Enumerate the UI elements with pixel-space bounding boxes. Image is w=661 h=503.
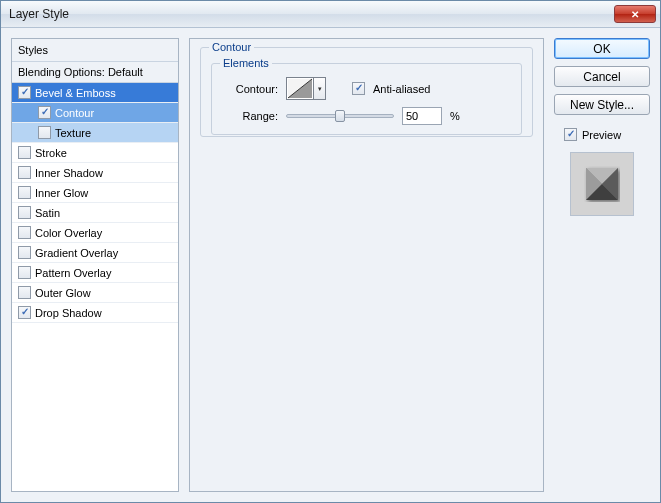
layer-style-dialog: Layer Style ✕ Styles Blending Options: D… bbox=[0, 0, 661, 503]
elements-group-title: Elements bbox=[220, 57, 272, 69]
style-label: Pattern Overlay bbox=[35, 267, 111, 279]
contour-group: Contour Elements Contour: bbox=[200, 47, 533, 137]
style-checkbox[interactable] bbox=[18, 86, 31, 99]
style-checkbox[interactable] bbox=[18, 226, 31, 239]
preview-checkbox[interactable] bbox=[564, 128, 577, 141]
contour-curve-picker[interactable] bbox=[286, 77, 314, 100]
close-button[interactable]: ✕ bbox=[614, 5, 656, 23]
style-item-contour[interactable]: Contour bbox=[12, 103, 178, 123]
style-checkbox[interactable] bbox=[38, 106, 51, 119]
range-slider-thumb[interactable] bbox=[335, 110, 345, 122]
style-item-inner-glow[interactable]: Inner Glow bbox=[12, 183, 178, 203]
style-label: Drop Shadow bbox=[35, 307, 102, 319]
style-item-color-overlay[interactable]: Color Overlay bbox=[12, 223, 178, 243]
contour-row: Contour: ▾ bbox=[226, 77, 430, 100]
style-label: Inner Shadow bbox=[35, 167, 103, 179]
titlebar: Layer Style ✕ bbox=[1, 1, 660, 28]
contour-dropdown-button[interactable]: ▾ bbox=[314, 77, 326, 100]
styles-sidebar: Styles Blending Options: Default Bevel &… bbox=[11, 38, 179, 492]
range-unit: % bbox=[450, 110, 460, 122]
chevron-down-icon: ▾ bbox=[318, 85, 322, 93]
style-checkbox[interactable] bbox=[38, 126, 51, 139]
preview-thumbnail bbox=[570, 152, 634, 216]
style-label: Texture bbox=[55, 127, 91, 139]
style-label: Gradient Overlay bbox=[35, 247, 118, 259]
style-label: Contour bbox=[55, 107, 94, 119]
style-label: Color Overlay bbox=[35, 227, 102, 239]
style-label: Inner Glow bbox=[35, 187, 88, 199]
style-item-bevel-emboss[interactable]: Bevel & Emboss bbox=[12, 83, 178, 103]
style-checkbox[interactable] bbox=[18, 146, 31, 159]
style-checkbox[interactable] bbox=[18, 246, 31, 259]
contour-label: Contour: bbox=[226, 83, 278, 95]
style-checkbox[interactable] bbox=[18, 266, 31, 279]
close-icon: ✕ bbox=[631, 9, 639, 20]
style-item-texture[interactable]: Texture bbox=[12, 123, 178, 143]
style-item-gradient-overlay[interactable]: Gradient Overlay bbox=[12, 243, 178, 263]
style-label: Bevel & Emboss bbox=[35, 87, 116, 99]
range-slider[interactable] bbox=[286, 114, 394, 118]
style-list: Bevel & EmbossContourTextureStrokeInner … bbox=[12, 83, 178, 323]
anti-aliased-checkbox[interactable] bbox=[352, 82, 365, 95]
preview-shape bbox=[584, 166, 620, 202]
style-item-stroke[interactable]: Stroke bbox=[12, 143, 178, 163]
preview-row: Preview bbox=[564, 128, 650, 141]
anti-aliased-label: Anti-aliased bbox=[373, 83, 430, 95]
style-label: Satin bbox=[35, 207, 60, 219]
style-checkbox[interactable] bbox=[18, 186, 31, 199]
style-label: Outer Glow bbox=[35, 287, 91, 299]
cancel-button[interactable]: Cancel bbox=[554, 66, 650, 87]
sidebar-empty bbox=[12, 323, 178, 491]
range-input[interactable] bbox=[402, 107, 442, 125]
sidebar-header[interactable]: Styles bbox=[12, 39, 178, 62]
style-item-drop-shadow[interactable]: Drop Shadow bbox=[12, 303, 178, 323]
preview-label: Preview bbox=[582, 129, 621, 141]
ok-button[interactable]: OK bbox=[554, 38, 650, 59]
style-item-outer-glow[interactable]: Outer Glow bbox=[12, 283, 178, 303]
elements-group: Elements Contour: bbox=[211, 63, 522, 135]
style-item-inner-shadow[interactable]: Inner Shadow bbox=[12, 163, 178, 183]
main-panel: Contour Elements Contour: bbox=[189, 38, 544, 492]
contour-group-title: Contour bbox=[209, 41, 254, 53]
new-style-button[interactable]: New Style... bbox=[554, 94, 650, 115]
style-label: Stroke bbox=[35, 147, 67, 159]
style-checkbox[interactable] bbox=[18, 206, 31, 219]
style-checkbox[interactable] bbox=[18, 286, 31, 299]
style-checkbox[interactable] bbox=[18, 306, 31, 319]
window-title: Layer Style bbox=[9, 7, 614, 21]
style-item-pattern-overlay[interactable]: Pattern Overlay bbox=[12, 263, 178, 283]
style-checkbox[interactable] bbox=[18, 166, 31, 179]
dialog-content: Styles Blending Options: Default Bevel &… bbox=[1, 28, 660, 502]
range-row: Range: % bbox=[226, 107, 460, 125]
style-item-satin[interactable]: Satin bbox=[12, 203, 178, 223]
range-label: Range: bbox=[226, 110, 278, 122]
right-column: OK Cancel New Style... Preview bbox=[554, 38, 650, 492]
sidebar-blending-options[interactable]: Blending Options: Default bbox=[12, 62, 178, 83]
